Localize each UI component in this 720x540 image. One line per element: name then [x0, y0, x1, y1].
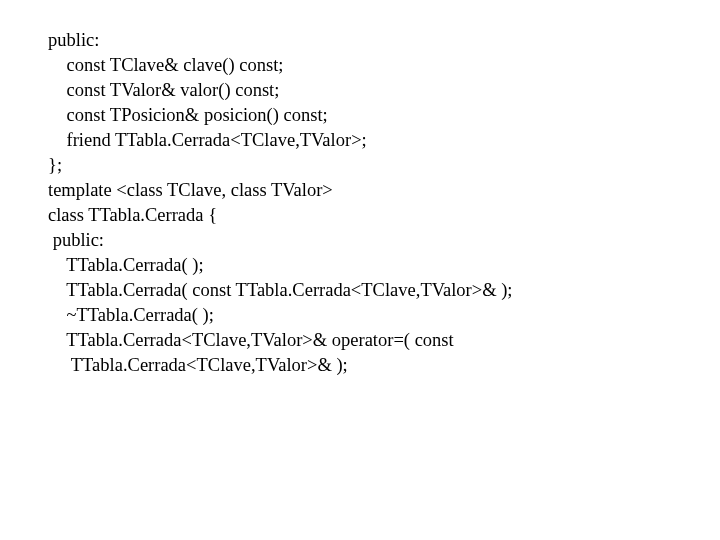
code-line: TTabla.Cerrada( const TTabla.Cerrada<TCl…	[48, 278, 720, 303]
code-line: ~TTabla.Cerrada( );	[48, 303, 720, 328]
code-line: public:	[48, 228, 720, 253]
code-line: class TTabla.Cerrada {	[48, 203, 720, 228]
code-line: public:	[48, 28, 720, 53]
code-line: template <class TClave, class TValor>	[48, 178, 720, 203]
code-line: friend TTabla.Cerrada<TClave,TValor>;	[48, 128, 720, 153]
code-line: TTabla.Cerrada<TClave,TValor>& );	[48, 353, 720, 378]
code-line: TTabla.Cerrada( );	[48, 253, 720, 278]
code-line: const TPosicion& posicion() const;	[48, 103, 720, 128]
code-block: public: const TClave& clave() const; con…	[0, 0, 720, 378]
code-line: };	[48, 153, 720, 178]
code-line: const TClave& clave() const;	[48, 53, 720, 78]
code-line: TTabla.Cerrada<TClave,TValor>& operator=…	[48, 328, 720, 353]
code-line: const TValor& valor() const;	[48, 78, 720, 103]
